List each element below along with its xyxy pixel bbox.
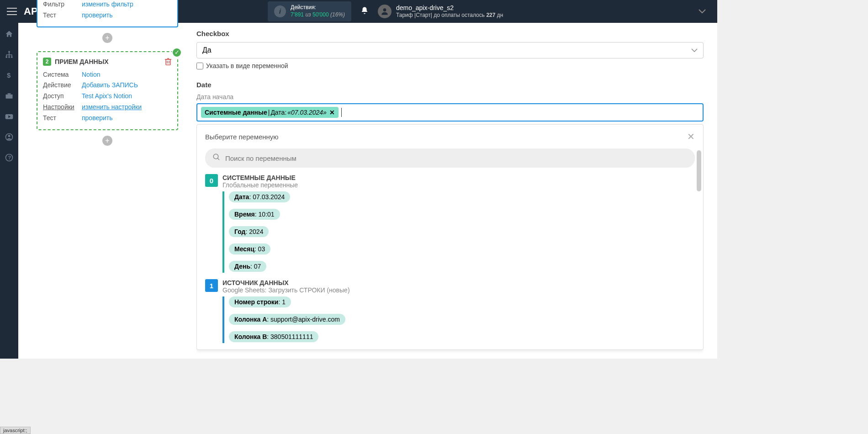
chevron-down-icon[interactable] [699,7,706,16]
svg-point-0 [383,8,386,11]
actions-label: Действия: [291,4,345,11]
avatar-icon[interactable] [378,5,392,18]
var-section-1: 1 ИСТОЧНИК ДАННЫХ Google Sheets: Загрузи… [197,279,703,349]
change-filter-link[interactable]: изменить фильтр [82,0,133,10]
var-item[interactable]: Год: 2024 [229,226,269,237]
add-step-button-1[interactable]: + [102,33,112,43]
bell-icon[interactable] [360,6,369,17]
text-cursor [341,108,342,117]
var-item[interactable]: Дата: 07.03.2024 [229,191,290,202]
checkbox-select[interactable]: Да [196,42,704,58]
variable-search[interactable] [205,148,695,168]
svg-text:?: ? [8,155,11,160]
test-link-1[interactable]: проверить [82,10,113,21]
var-item[interactable]: Месяц: 03 [229,243,270,254]
search-input[interactable] [225,154,688,162]
scrollbar-thumb[interactable] [697,150,701,191]
access-link[interactable]: Test Apix's Notion [82,91,132,102]
svg-rect-1 [8,51,10,53]
svg-point-10 [8,135,11,137]
checkbox-field-label: Checkbox [196,30,704,37]
nav-profile-icon[interactable] [5,132,14,144]
step-1-box: Фильтризменить фильтр Тестпроверить [37,0,178,27]
settings-link[interactable]: изменить настройки [82,102,142,113]
use-variable-checkbox[interactable]: Указать в виде переменной [196,62,704,69]
dropdown-title: Выберите переменную [205,133,279,141]
svg-rect-2 [6,56,7,58]
search-icon [212,153,221,163]
nav-billing-icon[interactable]: $ [5,71,14,82]
svg-text:$: $ [7,71,11,79]
add-step-button-2[interactable]: + [102,136,112,146]
close-icon[interactable]: ✕ [687,131,695,142]
action-link[interactable]: Добавить ЗАПИСЬ [82,80,138,91]
svg-point-14 [213,154,218,159]
var-item[interactable]: День: 07 [229,261,266,272]
nav-help-icon[interactable]: ? [5,153,14,164]
variable-dropdown: Выберите переменную ✕ 0 СИСТЕМНЫЕ ДАННЫЕ… [196,124,704,350]
nav-home-icon[interactable] [5,30,14,41]
var-item[interactable]: Колонка A: support@apix-drive.com [229,314,345,325]
actions-usage[interactable]: i Действия: 7'891 из 50'000 (16%) [268,1,351,21]
trash-icon[interactable] [164,58,172,68]
step-2-box: ✓ 2ПРИЕМ ДАННЫХ СистемаNotion ДействиеДо… [37,51,178,130]
chevron-down-icon [691,48,698,52]
nav-connections-icon[interactable] [5,50,14,62]
date-sublabel: Дата начала [196,93,704,101]
nav-briefcase-icon[interactable] [5,91,14,103]
svg-rect-3 [8,56,10,58]
date-tag[interactable]: Системные данные | Дата: «07.03.2024» ✕ [201,107,339,118]
test-link-2[interactable]: проверить [82,113,113,124]
var-section-0: 0 СИСТЕМНЫЕ ДАННЫЕ Глобальные переменные… [197,174,703,279]
user-info[interactable]: demo_apix-drive_s2 Тариф |Старт| до опла… [396,4,503,19]
svg-rect-7 [8,93,11,95]
var-item[interactable]: Время: 10:01 [229,209,280,220]
svg-rect-6 [6,95,13,99]
info-icon: i [274,5,286,17]
system-link[interactable]: Notion [82,69,100,80]
svg-rect-4 [11,56,12,58]
nav-video-icon[interactable] [5,112,14,123]
date-field-label: Date [196,81,704,89]
tag-remove-icon[interactable]: ✕ [329,109,335,116]
check-badge-icon: ✓ [172,48,182,58]
menu-toggle[interactable] [7,8,17,15]
var-item[interactable]: Колонка B: 380501111111 [229,331,318,342]
svg-rect-13 [166,59,170,65]
date-tag-input[interactable]: Системные данные | Дата: «07.03.2024» ✕ [196,103,704,122]
var-item[interactable]: Номер строки: 1 [229,296,291,307]
